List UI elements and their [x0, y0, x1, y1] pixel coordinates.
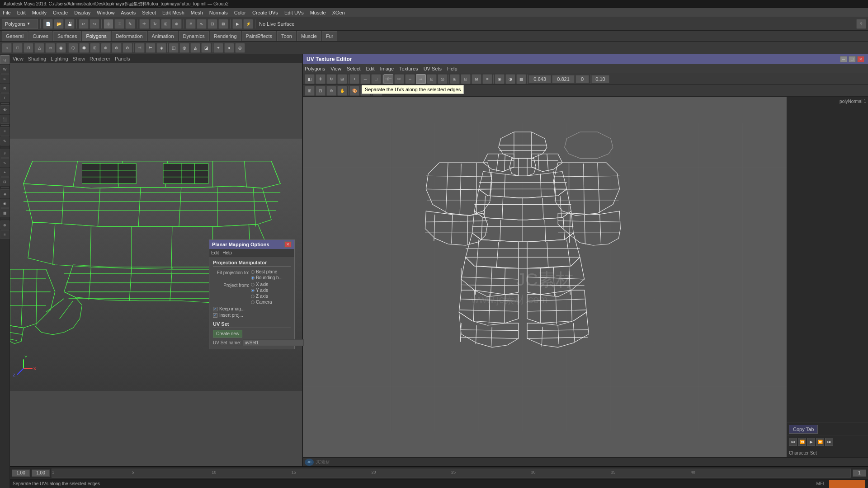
snap-curve-btn[interactable]: ∿	[197, 19, 207, 29]
planar-menu-edit[interactable]: Edit	[211, 250, 219, 255]
timeline-field2[interactable]	[32, 469, 50, 477]
bridge-btn[interactable]: ⊞	[90, 43, 100, 53]
uv-edit-options-btn[interactable]: ⚙	[373, 86, 382, 96]
face-mode-btn[interactable]: ▦	[0, 208, 9, 217]
undo-btn[interactable]: ↩	[79, 19, 89, 29]
uv-relax-btn[interactable]: ◎	[438, 74, 448, 84]
uv-grid-btn[interactable]: ⊞	[305, 86, 315, 96]
cone-btn[interactable]: △	[34, 43, 44, 53]
planar-menu-help[interactable]: Help	[222, 250, 232, 255]
snap-point-btn[interactable]: ⊡	[208, 19, 217, 29]
uv-menu-select[interactable]: Select	[347, 66, 361, 71]
uv-minimize-btn[interactable]: ─	[840, 56, 847, 62]
uv-close-btn[interactable]: ✕	[857, 56, 864, 62]
component-mode-btn[interactable]: ◈	[0, 189, 9, 198]
menu-edit[interactable]: Edit	[17, 10, 26, 15]
snap-surface-btn[interactable]: ⊠	[218, 19, 228, 29]
menu-edit-uvs[interactable]: Edit UVs	[284, 10, 304, 15]
project-camera-radio[interactable]	[251, 300, 255, 304]
tab-animation[interactable]: Animation	[148, 31, 178, 41]
bevel-btn[interactable]: ⬢	[79, 43, 89, 53]
uv-field4[interactable]	[591, 75, 609, 83]
cube-btn[interactable]: □	[13, 43, 23, 53]
uv-vertex-mode-btn[interactable]: •	[349, 74, 359, 84]
fill-hole-btn[interactable]: ●	[224, 43, 234, 53]
menu-modify[interactable]: Modify	[32, 10, 47, 15]
menu-edit-mesh[interactable]: Edit Mesh	[162, 10, 184, 15]
pb-play-btn[interactable]: ▶	[807, 438, 815, 446]
vp-lighting-menu[interactable]: Lighting	[51, 56, 68, 61]
uv-display-btn[interactable]: ◉	[495, 74, 505, 84]
fit-bounding-radio[interactable]	[251, 276, 255, 280]
uv-move-btn[interactable]: ✛	[316, 74, 326, 84]
tab-painteffects[interactable]: PaintEffects	[242, 31, 277, 41]
vp-renderer-menu[interactable]: Renderer	[90, 56, 110, 61]
render-btn[interactable]: ▶	[232, 19, 242, 29]
torus-btn[interactable]: ◉	[56, 43, 66, 53]
menu-create[interactable]: Create	[53, 10, 68, 15]
extrude-btn[interactable]: ⬡	[68, 43, 78, 53]
menu-select[interactable]: Select	[142, 10, 156, 15]
uv-edge-mode-btn[interactable]: ─	[360, 74, 370, 84]
menu-muscle[interactable]: Muscle	[310, 10, 326, 15]
merge-btn[interactable]: ◈	[156, 43, 166, 53]
combine-btn[interactable]: ⊕	[101, 43, 111, 53]
tab-toon[interactable]: Toon	[277, 31, 296, 41]
tab-polygons[interactable]: Polygons	[82, 31, 110, 41]
triangulate-btn[interactable]: ◭	[190, 43, 200, 53]
uv-field1[interactable]	[528, 75, 551, 83]
tab-curves[interactable]: Curves	[28, 31, 52, 41]
uv-zoom-btn[interactable]: ⊕	[326, 86, 336, 96]
uv-menu-textures[interactable]: Textures	[399, 66, 418, 71]
timeline-track[interactable]: 1 5 10 15 20 25 30 35 40	[52, 469, 851, 478]
snap-surface-tool[interactable]: ⊡	[0, 177, 9, 186]
universal-btn[interactable]: ⊕	[172, 19, 182, 29]
uv-shaded-btn[interactable]: ◑	[505, 74, 515, 84]
menu-normals[interactable]: Normals	[209, 10, 228, 15]
soft-select-btn[interactable]: ◉	[0, 199, 9, 208]
uv-menu-image[interactable]: Image	[380, 66, 394, 71]
vp-show-menu[interactable]: Show	[73, 56, 85, 61]
uv-cut-btn[interactable]: ✂	[394, 74, 404, 84]
uv-display-colors-btn[interactable]: 🎨	[349, 86, 359, 96]
cleanup-btn[interactable]: ✦	[213, 43, 223, 53]
fit-bestplane-radio[interactable]	[251, 270, 255, 274]
attr-btn[interactable]: ≡	[0, 230, 9, 239]
move-tool[interactable]: W	[0, 65, 9, 74]
uv-sew-btn[interactable]: ⊣⊢	[383, 74, 393, 84]
uv-face-mode-btn[interactable]: □	[371, 74, 381, 84]
lasso-btn[interactable]: ⌗	[114, 19, 124, 29]
tab-rendering[interactable]: Rendering	[210, 31, 241, 41]
lasso-tool[interactable]: ⌗	[0, 127, 9, 136]
select-tool-btn[interactable]: ⊹	[104, 19, 113, 29]
duplicate-btn[interactable]: ⊢	[146, 43, 156, 53]
uv-snap-btn[interactable]: ⊡	[461, 74, 471, 84]
uv-canvas[interactable]: JC素材 www.jc素材.com	[303, 97, 787, 457]
uv-menu-polygons[interactable]: Polygons	[305, 66, 325, 71]
menu-display[interactable]: Display	[74, 10, 90, 15]
uv-separate-btn[interactable]: ⊸	[416, 74, 426, 84]
pb-start-btn[interactable]: ⏮	[789, 438, 797, 446]
uv-pan-btn[interactable]: ✋	[337, 86, 347, 96]
uv-scale-btn[interactable]: ⊞	[337, 74, 347, 84]
uv-menu-help[interactable]: Help	[447, 66, 458, 71]
ipr-btn[interactable]: ⚡	[243, 19, 253, 29]
planar-dialog-titlebar[interactable]: Planar Mapping Options ✕	[209, 240, 294, 249]
separate-btn[interactable]: ⊗	[112, 43, 122, 53]
project-yaxis-radio[interactable]	[251, 289, 255, 292]
snap-curve-tool[interactable]: ∿	[0, 158, 9, 167]
tab-dynamics[interactable]: Dynamics	[179, 31, 209, 41]
paint-tool[interactable]: ✎	[0, 136, 9, 145]
sphere-btn[interactable]: ○	[2, 43, 12, 53]
timeline-field1[interactable]	[12, 469, 30, 477]
snap-grid-tool[interactable]: #	[0, 149, 9, 158]
manip-btn[interactable]: ⊕	[0, 221, 9, 230]
tab-muscle[interactable]: Muscle	[297, 31, 321, 41]
paint-btn[interactable]: ✎	[125, 19, 135, 29]
uv-field3[interactable]	[576, 75, 589, 83]
uv-maximize-btn[interactable]: □	[849, 56, 856, 62]
tab-fur[interactable]: Fur	[322, 31, 338, 41]
menu-create-uvs[interactable]: Create UVs	[252, 10, 278, 15]
vp-view-menu[interactable]: View	[13, 56, 24, 61]
uv-rotate-btn[interactable]: ↻	[326, 74, 336, 84]
